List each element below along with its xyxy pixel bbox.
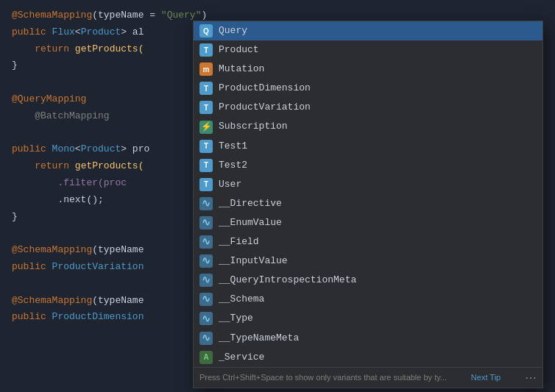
item-icon: ∿ [199, 216, 213, 229]
item-label: User [219, 177, 241, 193]
autocomplete-item[interactable]: TProductDimension [194, 79, 542, 98]
item-icon: T [199, 159, 213, 172]
item-icon: Q [199, 24, 213, 38]
item-icon: T [199, 101, 213, 114]
autocomplete-item[interactable]: ∿__Field [194, 232, 542, 252]
item-icon: ∿ [199, 235, 213, 249]
item-icon: T [199, 82, 213, 95]
autocomplete-dropdown[interactable]: QQueryTProductmMutationTProductDimension… [193, 21, 543, 388]
autocomplete-item[interactable]: ∿__InputValue [194, 252, 542, 271]
autocomplete-item[interactable]: ∿__EnumValue [194, 213, 542, 232]
autocomplete-list: QQueryTProductmMutationTProductDimension… [194, 21, 542, 367]
item-icon: ∿ [199, 332, 213, 345]
item-label: __Field [219, 234, 259, 250]
autocomplete-item[interactable]: TUser [194, 175, 542, 194]
item-label: Test2 [219, 157, 247, 174]
autocomplete-footer: Press Ctrl+Shift+Space to show only vari… [194, 367, 542, 388]
item-label: __EnumValue [219, 215, 282, 231]
item-label: Query [219, 23, 247, 39]
footer-dots-button[interactable]: ⋯ [525, 371, 537, 385]
item-icon: T [199, 178, 213, 191]
autocomplete-item[interactable]: ⚡Subscription [194, 117, 542, 136]
item-label: Subscription [219, 118, 288, 135]
item-icon: ∿ [199, 293, 213, 306]
item-label: _Service [219, 349, 264, 366]
autocomplete-item[interactable]: QQuery [194, 21, 542, 40]
autocomplete-item[interactable]: ∿__Type [194, 309, 542, 328]
item-label: __InputValue [219, 253, 288, 269]
item-icon: A [199, 351, 213, 364]
item-label: __QueryIntrospectionMeta [219, 272, 356, 288]
item-label: __Schema [219, 291, 264, 307]
item-icon: ∿ [199, 254, 213, 268]
autocomplete-item[interactable]: TTest1 [194, 137, 542, 156]
item-label: Test1 [219, 138, 247, 154]
autocomplete-item[interactable]: ∿__QueryIntrospectionMeta [194, 271, 542, 290]
item-icon: T [199, 43, 213, 57]
item-label: ProductDimension [219, 80, 311, 96]
autocomplete-item[interactable]: TProduct [194, 40, 542, 60]
item-icon: ⚡ [199, 121, 213, 134]
item-icon: ∿ [199, 197, 213, 210]
autocomplete-item[interactable]: A_Service [194, 348, 542, 367]
item-label: __Type [219, 310, 253, 327]
item-label: ProductVariation [219, 99, 311, 115]
autocomplete-item[interactable]: ∿__Schema [194, 290, 542, 309]
autocomplete-item[interactable]: TProductVariation [194, 98, 542, 117]
item-label: Product [219, 42, 259, 58]
autocomplete-item[interactable]: mMutation [194, 60, 542, 79]
footer-hint-text: Press Ctrl+Shift+Space to show only vari… [199, 373, 447, 382]
item-label: Mutation [219, 61, 264, 77]
item-label: __Directive [219, 196, 282, 212]
item-icon: ∿ [199, 274, 213, 287]
autocomplete-item[interactable]: ∿__Directive [194, 194, 542, 213]
next-tip-button[interactable]: Next Tip [471, 373, 501, 382]
autocomplete-item[interactable]: ∿__TypeNameMeta [194, 329, 542, 348]
item-icon: m [199, 63, 213, 76]
item-label: __TypeNameMeta [219, 330, 299, 346]
item-icon: ∿ [199, 312, 213, 325]
item-icon: T [199, 140, 213, 153]
autocomplete-item[interactable]: TTest2 [194, 156, 542, 175]
